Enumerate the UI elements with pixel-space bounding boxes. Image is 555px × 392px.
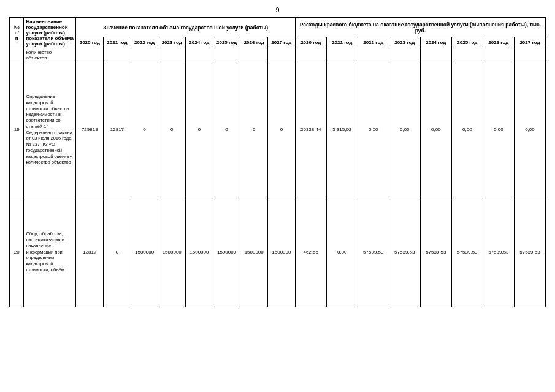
cell-v3 <box>131 48 158 62</box>
cell-19-b7: 0,00 <box>483 62 514 197</box>
cell-19-b6: 0,00 <box>451 62 483 197</box>
cell-name: количество объектов <box>24 48 76 62</box>
cell-v5 <box>186 48 213 62</box>
cell-num <box>10 48 24 62</box>
cell-name-20: Сбор, обработка, систематизация и накопл… <box>24 197 76 307</box>
cell-19-b5: 0,00 <box>420 62 451 197</box>
cell-19-b4: 0,00 <box>389 62 420 197</box>
page-container: 9 №п/п Наименование государственной услу… <box>0 0 555 392</box>
cell-b3 <box>358 48 389 62</box>
bud-2024: 2024 год <box>420 37 451 48</box>
bud-2020: 2020 год <box>295 37 326 48</box>
cell-name-19: Определение кадастровой стоимости объект… <box>24 62 76 197</box>
cell-19-v3: 0 <box>131 62 158 197</box>
cell-20-v7: 1500000 <box>240 197 268 307</box>
cell-b7 <box>483 48 514 62</box>
cell-v8 <box>268 48 296 62</box>
cell-19-b8: 0,00 <box>514 62 545 197</box>
cell-20-b8: 57539,53 <box>514 197 545 307</box>
bud-2027: 2027 год <box>514 37 545 48</box>
vol-2023: 2023 год <box>158 37 186 48</box>
bud-2021: 2021 год <box>326 37 358 48</box>
cell-20-b4: 57539,53 <box>389 197 420 307</box>
main-table: №п/п Наименование государственной услуги… <box>9 17 546 307</box>
cell-20-b6: 57539,53 <box>451 197 483 307</box>
bud-2022: 2022 год <box>358 37 389 48</box>
cell-19-v2: 12817 <box>104 62 131 197</box>
cell-v1 <box>76 48 104 62</box>
cell-v6 <box>213 48 240 62</box>
cell-20-v6: 1500000 <box>213 197 240 307</box>
cell-b8 <box>514 48 545 62</box>
cell-b4 <box>389 48 420 62</box>
cell-19-v4: 0 <box>158 62 186 197</box>
cell-v7 <box>240 48 268 62</box>
cell-20-v4: 1500000 <box>158 197 186 307</box>
vol-2025: 2025 год <box>213 37 240 48</box>
cell-20-b3: 57539,53 <box>358 197 389 307</box>
vol-2027: 2027 год <box>268 37 296 48</box>
cell-b1 <box>295 48 326 62</box>
cell-num-19: 19 <box>10 62 24 197</box>
header-name: Наименование государственной услуги (раб… <box>24 18 76 48</box>
cell-b6 <box>451 48 483 62</box>
header-budget: Расходы краевого бюджета на оказание гос… <box>295 18 545 37</box>
table-row: количество объектов <box>10 48 546 62</box>
cell-b2 <box>326 48 358 62</box>
cell-20-b7: 57539,53 <box>483 197 514 307</box>
cell-20-v5: 1500000 <box>186 197 213 307</box>
header-num: №п/п <box>10 18 24 48</box>
vol-2020: 2020 год <box>76 37 104 48</box>
cell-19-v8: 0 <box>268 62 296 197</box>
vol-2024: 2024 год <box>186 37 213 48</box>
cell-20-b2: 0,00 <box>326 197 358 307</box>
cell-19-v6: 0 <box>213 62 240 197</box>
cell-19-b1: 26338,44 <box>295 62 326 197</box>
vol-2022: 2022 год <box>131 37 158 48</box>
bud-2026: 2026 год <box>483 37 514 48</box>
cell-20-v2: 0 <box>104 197 131 307</box>
cell-b5 <box>420 48 451 62</box>
bud-2023: 2023 год <box>389 37 420 48</box>
cell-20-v8: 1500000 <box>268 197 296 307</box>
cell-20-v1: 12817 <box>76 197 104 307</box>
cell-v2 <box>104 48 131 62</box>
header-volume: Значение показателя объема государственн… <box>76 18 295 37</box>
cell-num-20: 20 <box>10 197 24 307</box>
cell-19-v5: 0 <box>186 62 213 197</box>
cell-20-b5: 57539,53 <box>420 197 451 307</box>
vol-2026: 2026 год <box>240 37 268 48</box>
cell-19-b3: 0,00 <box>358 62 389 197</box>
bud-2025: 2025 год <box>451 37 483 48</box>
cell-v4 <box>158 48 186 62</box>
vol-2021: 2021 год <box>104 37 131 48</box>
cell-19-v7: 0 <box>240 62 268 197</box>
page-number: 9 <box>9 6 546 13</box>
table-row: 20 Сбор, обработка, систематизация и нак… <box>10 197 546 307</box>
cell-19-b2: 5 315,02 <box>326 62 358 197</box>
cell-20-v3: 1500000 <box>131 197 158 307</box>
table-row: 19 Определение кадастровой стоимости объ… <box>10 62 546 197</box>
cell-20-b1: 462,55 <box>295 197 326 307</box>
cell-19-v1: 729819 <box>76 62 104 197</box>
